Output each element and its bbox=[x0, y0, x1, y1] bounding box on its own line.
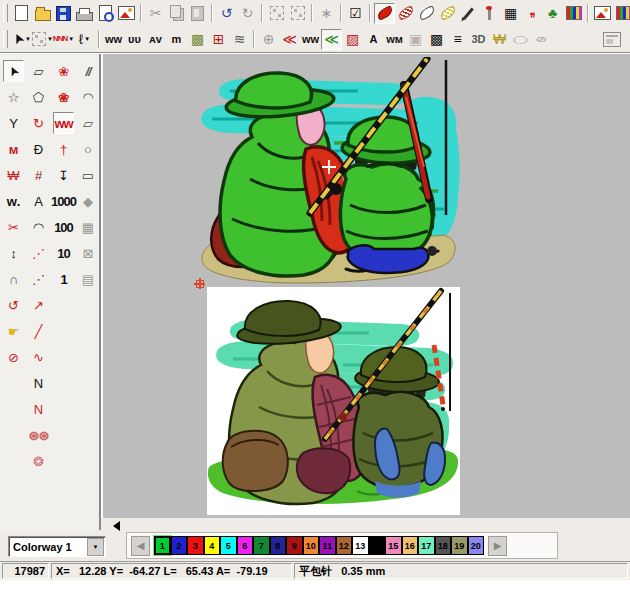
reshape-button[interactable]: ∗ bbox=[316, 3, 337, 24]
group-button[interactable] bbox=[266, 3, 287, 24]
cut-button[interactable]: ✂ bbox=[145, 3, 166, 24]
needle-updown-button[interactable]: ↕ bbox=[1, 240, 26, 266]
applique-fill-button[interactable] bbox=[437, 3, 458, 24]
rotate-ellipse-button[interactable]: ↺ bbox=[1, 292, 26, 318]
no-bitmap-button[interactable]: ⊠ bbox=[76, 240, 100, 266]
tatami-av-button[interactable]: ᴀᴠ bbox=[145, 29, 166, 50]
dense-ww-button[interactable]: ᴡᴡ bbox=[300, 29, 321, 50]
ungroup-button[interactable] bbox=[287, 3, 308, 24]
palette-swatch-8[interactable]: 8 bbox=[270, 536, 287, 555]
lasso-select-button[interactable]: ☆ bbox=[1, 84, 26, 110]
stop-hand-button[interactable]: ⊘ bbox=[1, 344, 26, 370]
red-grid-button[interactable]: ⊞ bbox=[208, 29, 229, 50]
shade-fill-button[interactable]: ▩ bbox=[187, 29, 208, 50]
needle-red-button[interactable]: † bbox=[51, 136, 76, 162]
colorway-combobox[interactable]: Colorway 1 ▼ bbox=[8, 536, 106, 557]
checkbox-select-button[interactable]: ☑ bbox=[345, 3, 366, 24]
n-red-button[interactable]: N bbox=[26, 396, 51, 422]
parallel-lines-button[interactable]: // bbox=[76, 58, 100, 84]
palette-swatch-18[interactable]: 18 bbox=[435, 536, 452, 555]
needle-point-button[interactable] bbox=[479, 3, 500, 24]
arc-tool-button[interactable]: ◠ bbox=[76, 84, 100, 110]
palette-swatch-19[interactable]: 19 bbox=[451, 536, 468, 555]
flower-large-button[interactable]: ❀ bbox=[51, 58, 76, 84]
leaf-branch-button[interactable]: ≪ bbox=[321, 29, 342, 50]
palette-swatch-12[interactable]: 12 bbox=[336, 536, 353, 555]
circle-needle-button[interactable]: ↻ bbox=[26, 110, 51, 136]
gray-box-button[interactable]: ▣ bbox=[405, 29, 426, 50]
palette-swatch-14[interactable]: 14 bbox=[369, 536, 386, 555]
machine-button[interactable]: ▦ bbox=[76, 214, 100, 240]
w-de-button[interactable]: ᴡ. bbox=[1, 188, 26, 214]
count-1-button[interactable]: 1 bbox=[51, 266, 76, 292]
flower-wheel-button[interactable]: ❂ bbox=[26, 448, 51, 474]
ww-bold-button[interactable]: ᴡᴍ bbox=[384, 29, 405, 50]
monogram-button[interactable]: ♣ bbox=[542, 3, 563, 24]
motif-m-button[interactable]: m bbox=[166, 29, 187, 50]
circle-cross-button[interactable]: ⊕ bbox=[258, 29, 279, 50]
zigzag-stitch-button[interactable]: ᴡᴡ bbox=[103, 29, 124, 50]
letter-a-button[interactable]: A bbox=[26, 188, 51, 214]
branch-red-button[interactable]: ≪ bbox=[279, 29, 300, 50]
hand-tool-button[interactable]: ☛ bbox=[1, 318, 26, 344]
undo-button[interactable]: ↺ bbox=[216, 3, 237, 24]
palette-swatch-7[interactable]: 7 bbox=[253, 536, 270, 555]
satin-fill-button[interactable] bbox=[374, 3, 395, 24]
hoop-2-button[interactable]: ⊘ bbox=[531, 29, 552, 50]
palette-swatch-10[interactable]: 10 bbox=[303, 536, 320, 555]
run-stitch-button[interactable]: ⋰ bbox=[26, 240, 51, 266]
run-stitch-2-button[interactable]: ⋰ bbox=[26, 266, 51, 292]
mini-dialog-button[interactable] bbox=[601, 29, 622, 50]
arc-nodes-button[interactable]: ◠ bbox=[26, 214, 51, 240]
palette-collapse-arrow[interactable] bbox=[113, 521, 120, 531]
w-strike-button[interactable]: ₩ bbox=[1, 162, 26, 188]
embroidery-design[interactable] bbox=[196, 57, 461, 286]
sew-gray-button[interactable]: ◆ bbox=[76, 188, 100, 214]
needle-down-button[interactable]: ↧ bbox=[51, 162, 76, 188]
outline-stitch-button[interactable] bbox=[416, 3, 437, 24]
palette-swatch-2[interactable]: 2 bbox=[171, 536, 188, 555]
copy-button[interactable] bbox=[166, 3, 187, 24]
knot-hash-button[interactable]: # bbox=[26, 162, 51, 188]
open-file-button[interactable] bbox=[32, 3, 53, 24]
palette-scroll-left-button[interactable]: ◀ bbox=[131, 536, 150, 556]
e-stitch-button[interactable]: ᴜᴜ bbox=[124, 29, 145, 50]
palette-swatch-17[interactable]: 17 bbox=[418, 536, 435, 555]
grid-fill-button[interactable]: ▦ bbox=[500, 3, 521, 24]
zigzag-needle-button[interactable]: ᴍ bbox=[1, 136, 26, 162]
pattern-fill-button[interactable] bbox=[395, 3, 416, 24]
n-black-button[interactable]: N bbox=[26, 370, 51, 396]
palette-swatch-20[interactable]: 20 bbox=[468, 536, 485, 555]
palette-swatch-11[interactable]: 11 bbox=[319, 536, 336, 555]
wave-fill-button[interactable]: ≋ bbox=[229, 29, 250, 50]
count-100-button[interactable]: 100 bbox=[51, 214, 76, 240]
toolbar-gripper-2[interactable] bbox=[3, 30, 8, 48]
palette-swatch-15[interactable]: 15 bbox=[385, 536, 402, 555]
pen-tool-button[interactable] bbox=[458, 3, 479, 24]
branch-tool-button[interactable]: Y bbox=[1, 110, 26, 136]
a-triangle-button[interactable]: A bbox=[363, 29, 384, 50]
polygon-nodes-button[interactable]: ⬠ bbox=[26, 84, 51, 110]
checker-box-button[interactable]: ▩ bbox=[426, 29, 447, 50]
print-button[interactable] bbox=[74, 3, 95, 24]
design-canvas[interactable] bbox=[103, 54, 630, 518]
ellipse-tool-button[interactable]: ○ bbox=[76, 136, 100, 162]
red-hatch-button[interactable]: ▨ bbox=[342, 29, 363, 50]
bitmap-image-button[interactable] bbox=[592, 3, 613, 24]
paste-button[interactable] bbox=[187, 3, 208, 24]
emblem-d-button[interactable]: Ð bbox=[26, 136, 51, 162]
palette-swatch-13[interactable]: 13 bbox=[352, 536, 369, 555]
asterisk-pair-button[interactable]: ⊛⊛ bbox=[26, 422, 51, 448]
palette-swatch-16[interactable]: 16 bbox=[402, 536, 419, 555]
stitch-nnn-button[interactable]: NNN▼ bbox=[53, 29, 74, 50]
palette-scroll-right-button[interactable]: ▶ bbox=[488, 536, 507, 556]
freehand-pen-button[interactable]: ℓ▼ bbox=[74, 29, 95, 50]
pointer-tool-button[interactable]: ➤ bbox=[3, 60, 24, 82]
artwork-image[interactable] bbox=[207, 287, 460, 515]
count-10-button[interactable]: 10 bbox=[51, 240, 76, 266]
yellow-w-button[interactable]: ₩ bbox=[489, 29, 510, 50]
redo-button[interactable]: ↻ bbox=[237, 3, 258, 24]
palette-swatch-9[interactable]: 9 bbox=[286, 536, 303, 555]
shape-tool-button[interactable]: ▱ bbox=[76, 110, 100, 136]
ww-stitch-button[interactable]: ᴡᴡ bbox=[53, 112, 74, 134]
